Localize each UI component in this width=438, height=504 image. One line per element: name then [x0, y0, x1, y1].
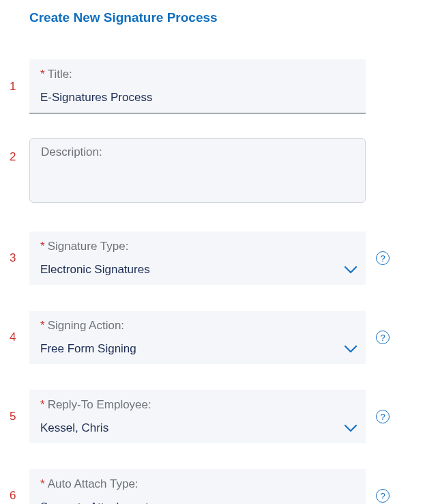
row-number-4: 4	[0, 331, 29, 344]
required-star-icon: *	[40, 477, 45, 490]
row-number-3: 3	[0, 251, 29, 265]
signature-type-label-text: Signature Type:	[48, 240, 129, 253]
chevron-down-icon	[344, 345, 357, 353]
auto-attach-select[interactable]: *Auto Attach Type: Separate Attachments	[29, 469, 366, 504]
form-row-description: 2 Description:	[0, 138, 438, 203]
required-star-icon: *	[40, 319, 45, 332]
reply-to-value: Kessel, Chris	[40, 421, 355, 435]
form-row-signature-type: 3 *Signature Type: Electronic Signatures…	[0, 232, 438, 285]
page-title: Create New Signature Process	[29, 10, 438, 25]
reply-to-label: *Reply-To Employee:	[40, 398, 355, 412]
help-icon[interactable]: ?	[376, 251, 390, 265]
auto-attach-label-text: Auto Attach Type:	[48, 477, 138, 490]
row-number-2: 2	[0, 150, 29, 164]
auto-attach-label: *Auto Attach Type:	[40, 477, 355, 491]
required-star-icon: *	[40, 398, 45, 411]
help-icon[interactable]: ?	[376, 489, 390, 503]
title-label-text: Title:	[48, 68, 72, 81]
signing-action-label-text: Signing Action:	[48, 319, 124, 332]
form-row-signing-action: 4 *Signing Action: Free Form Signing ?	[0, 311, 438, 364]
description-label: Description:	[41, 145, 354, 159]
title-field[interactable]: *Title: E-Signatures Process	[29, 59, 366, 114]
signature-type-label: *Signature Type:	[40, 240, 355, 253]
signing-action-label: *Signing Action:	[40, 319, 355, 333]
form-row-reply-to: 5 *Reply-To Employee: Kessel, Chris ?	[0, 390, 438, 443]
row-number-6: 6	[0, 489, 29, 503]
chevron-down-icon	[344, 424, 357, 432]
signing-action-select[interactable]: *Signing Action: Free Form Signing	[29, 311, 366, 364]
signing-action-value: Free Form Signing	[40, 342, 355, 356]
form-row-title: 1 *Title: E-Signatures Process	[0, 59, 438, 114]
reply-to-select[interactable]: *Reply-To Employee: Kessel, Chris	[29, 390, 366, 443]
description-field[interactable]: Description:	[29, 138, 366, 203]
row-number-1: 1	[0, 80, 29, 94]
required-star-icon: *	[40, 240, 45, 253]
required-star-icon: *	[40, 68, 45, 81]
signature-type-select[interactable]: *Signature Type: Electronic Signatures	[29, 232, 366, 285]
help-icon[interactable]: ?	[376, 410, 390, 423]
reply-to-label-text: Reply-To Employee:	[48, 398, 151, 411]
auto-attach-value: Separate Attachments	[40, 501, 355, 504]
title-value: E-Signatures Process	[40, 91, 355, 104]
title-label: *Title:	[40, 68, 355, 81]
chevron-down-icon	[344, 266, 357, 274]
help-icon[interactable]: ?	[376, 331, 390, 344]
form-row-auto-attach: 6 *Auto Attach Type: Separate Attachment…	[0, 469, 438, 504]
signature-type-value: Electronic Signatures	[40, 263, 355, 277]
row-number-5: 5	[0, 410, 29, 423]
